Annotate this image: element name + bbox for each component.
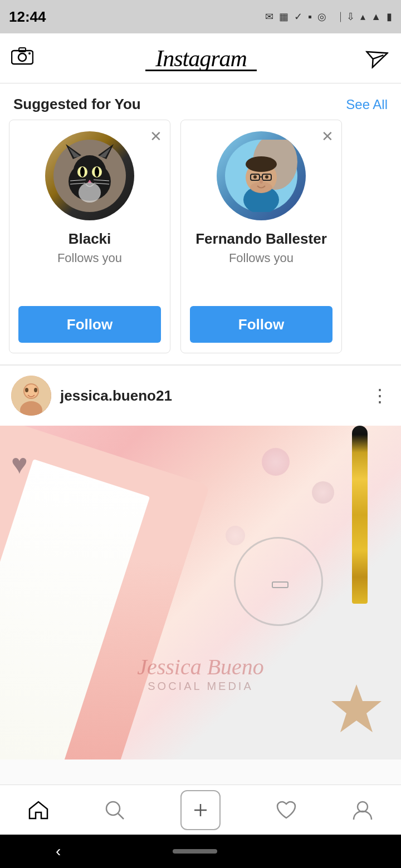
check-icon: ✓ — [294, 11, 302, 23]
vibrate-icon: ⎹ — [332, 11, 341, 23]
app-title-wrap: Instagram — [145, 45, 257, 71]
status-bar: 12:44 ✉ ▦ ✓ ▪ ◎ ⎹ ⇩ ▴ ▲ ▮ — [0, 0, 401, 33]
avatar-image-person — [217, 131, 306, 220]
camera-icon[interactable] — [11, 46, 33, 70]
svg-point-40 — [34, 388, 37, 392]
nav-home[interactable] — [28, 800, 49, 820]
suggested-title: Suggested for You — [13, 96, 141, 113]
post-more-options[interactable]: ⋮ — [371, 385, 390, 406]
app-title: Instagram — [155, 45, 247, 72]
star-decoration — [329, 682, 384, 737]
signal-icon: ⇩ — [346, 11, 355, 23]
status-time: 12:44 — [9, 8, 46, 26]
nav-profile[interactable] — [352, 800, 373, 821]
bottom-nav — [0, 785, 401, 835]
title-underline — [145, 70, 257, 71]
direct-message-icon[interactable] — [365, 43, 393, 72]
svg-point-34 — [250, 182, 272, 193]
back-button[interactable]: ‹ — [56, 842, 61, 860]
follow-button-1[interactable]: Follow — [18, 306, 161, 343]
nav-add[interactable] — [180, 790, 221, 830]
suggestion-card-1: ✕ — [9, 120, 170, 353]
add-button[interactable] — [180, 790, 221, 830]
gem-1 — [262, 448, 290, 476]
svg-point-3 — [28, 52, 31, 55]
avatar-fernando — [217, 131, 306, 220]
close-button-2[interactable]: ✕ — [321, 128, 334, 145]
suggestion-sub-2: Follows you — [229, 251, 294, 265]
svg-marker-4 — [367, 45, 390, 67]
post-watermark-overlay: Jessica Bueno Social Media — [137, 654, 264, 693]
follow-button-2[interactable]: Follow — [190, 306, 332, 343]
close-button-1[interactable]: ✕ — [150, 128, 162, 145]
svg-point-1 — [18, 53, 26, 61]
post-1: jessica.bueno21 ⋮ Jessica Bueno Social M… — [0, 366, 401, 760]
bluetooth-icon: ◎ — [317, 11, 326, 23]
svg-marker-41 — [331, 684, 382, 732]
suggestion-name-1: Blacki — [69, 230, 111, 248]
post-username[interactable]: jessica.bueno21 — [60, 387, 172, 405]
post-user-info: jessica.bueno21 — [11, 376, 172, 416]
network-icon: ▲ — [371, 11, 381, 23]
see-all-button[interactable]: See All — [346, 97, 388, 112]
status-icons: ✉ ▦ ✓ ▪ ◎ ⎹ ⇩ ▴ ▲ ▮ — [265, 11, 392, 23]
post-image: Jessica Bueno Social Media ♥ — [0, 426, 401, 760]
heart-decoration: ♥ — [11, 448, 28, 480]
wifi-icon: ▴ — [360, 11, 365, 23]
nav-search[interactable] — [104, 800, 125, 821]
cast-icon: ▪ — [308, 11, 312, 23]
suggested-scroll: ✕ — [0, 120, 401, 364]
home-pill[interactable] — [173, 849, 217, 854]
suggestion-name-2: Fernando Ballester — [195, 230, 327, 248]
photo-icon: ▦ — [279, 11, 288, 23]
battery-icon: ▮ — [387, 11, 392, 23]
gem-3 — [226, 526, 245, 545]
svg-point-22 — [79, 183, 101, 203]
message-icon: ✉ — [265, 11, 273, 23]
svg-point-31 — [253, 175, 257, 179]
android-nav: ‹ — [0, 835, 401, 868]
suggested-header: Suggested for You See All — [0, 83, 401, 120]
svg-point-42 — [106, 802, 120, 815]
nav-likes[interactable] — [276, 800, 297, 820]
svg-line-43 — [118, 813, 124, 819]
post-avatar[interactable] — [11, 376, 51, 416]
svg-point-46 — [358, 802, 368, 812]
gold-pen — [352, 426, 368, 604]
suggestion-card-2: ✕ — [180, 120, 342, 353]
app-header: Instagram — [0, 33, 401, 83]
post-avatar-image — [11, 376, 51, 416]
post-header: jessica.bueno21 ⋮ — [0, 366, 401, 426]
svg-point-27 — [246, 156, 277, 172]
charm — [272, 581, 288, 588]
svg-point-16 — [95, 167, 99, 177]
avatar-image-cat — [45, 131, 134, 220]
svg-point-32 — [265, 175, 268, 179]
gem-2 — [312, 481, 334, 504]
watermark-subtitle: Social Media — [137, 680, 264, 693]
svg-point-39 — [25, 388, 28, 392]
watermark-name: Jessica Bueno — [137, 654, 264, 680]
avatar-blacki — [45, 131, 134, 220]
svg-point-15 — [80, 167, 85, 177]
suggestion-sub-1: Follows you — [57, 251, 122, 265]
